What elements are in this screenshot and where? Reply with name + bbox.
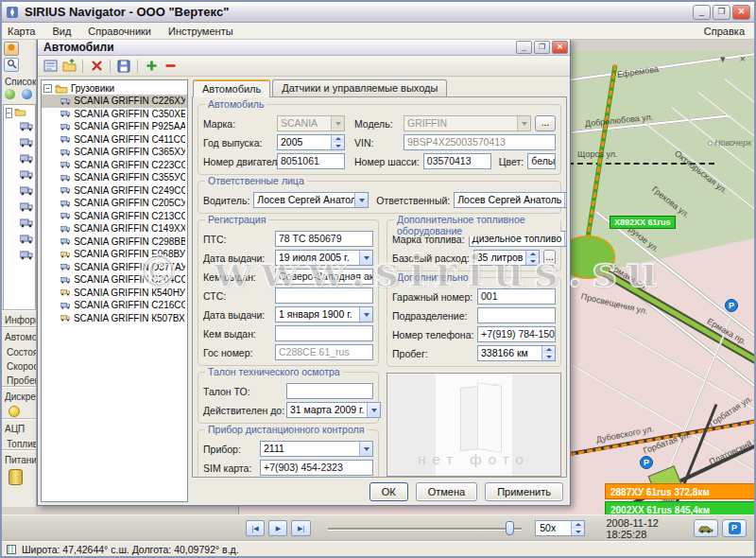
ok-button[interactable]: ОК xyxy=(369,482,408,501)
dialog-maximize-button[interactable]: ❐ xyxy=(534,41,550,54)
menu-tools[interactable]: Инструменты xyxy=(168,26,233,37)
valid-until-picker[interactable]: 31 марта 2009 г. xyxy=(286,402,381,418)
tree-item[interactable]: SCANIA GRIFFIN С411СС 61rus xyxy=(42,133,187,147)
spinner-arrows-icon[interactable] xyxy=(571,521,584,535)
tree-item[interactable]: SCANIA GRIFFIN С213СС 61rus xyxy=(42,210,187,223)
slider-thumb[interactable] xyxy=(506,521,514,535)
minimize-button[interactable]: _ xyxy=(693,5,711,20)
close-button[interactable]: ✕ xyxy=(732,5,750,20)
timeline-slider[interactable] xyxy=(328,520,523,536)
tree-item[interactable]: SCANIA GRIFFIN С355УС 61rus xyxy=(42,171,187,184)
tree-item[interactable]: SCANIA GRIFFIN С226ХУ 61rus xyxy=(42,95,187,108)
parking-icon[interactable]: P xyxy=(725,299,738,312)
tree-item[interactable]: SCANIA GRIFFIN Р925АА 61rus xyxy=(42,120,187,133)
info-group-adc[interactable]: АЦП xyxy=(2,419,36,436)
mileage-spinner[interactable]: 338166 км xyxy=(477,345,556,361)
vehicle-tree[interactable]: − Грузовики SCANIA GRIFFIN С226ХУ 61rus … xyxy=(41,79,188,502)
info-group-discrete[interactable]: Дискре xyxy=(2,387,36,404)
tree-item[interactable]: SCANIA GRIFFIN С249СС 61rus xyxy=(42,184,187,198)
globe-icon[interactable] xyxy=(5,89,15,99)
pts-issuer-input[interactable]: Северо-Западная акцизная т xyxy=(275,269,373,285)
dialog-close-button[interactable]: ✕ xyxy=(552,41,568,54)
info-header[interactable]: Информ xyxy=(2,310,36,327)
tree-item[interactable]: SCANIA GRIFFIN К507ВХ 161rus xyxy=(42,312,187,325)
device-combo[interactable]: 2111 xyxy=(260,441,373,457)
skip-to-start-button[interactable]: |◀ xyxy=(246,520,265,536)
properties-button[interactable] xyxy=(42,58,59,75)
responsible-combo[interactable]: Лосев Сергей Анатоль xyxy=(454,192,567,208)
model-browse-button[interactable]: ... xyxy=(535,115,556,131)
division-input[interactable] xyxy=(477,307,556,323)
fuel-browse-button[interactable]: ... xyxy=(543,250,556,266)
apply-button[interactable]: Применить xyxy=(485,482,563,501)
sim-input[interactable]: +7(903) 454-2323 xyxy=(260,460,373,476)
tree-item[interactable]: SCANIA GRIFFIN С149ХХ 161rus xyxy=(42,222,187,235)
tree-item[interactable]: SCANIA GRIFFIN С365ХУ 61rus xyxy=(42,146,187,159)
restore-button[interactable]: ❐ xyxy=(713,5,730,20)
info-group-power[interactable]: Питани xyxy=(2,450,36,467)
color-input[interactable]: белый xyxy=(527,153,556,169)
tree-item[interactable]: SCANIA GRIFFIN Е068ВУ 161rus xyxy=(42,248,187,261)
skip-to-end-button[interactable]: ▶| xyxy=(291,520,310,536)
speed-spinner[interactable]: 50x xyxy=(535,520,585,536)
dialog-title-bar[interactable]: Автомобили _ ❐ ✕ xyxy=(38,40,570,56)
plate-input[interactable]: С288СЕ 61_rus xyxy=(275,344,373,360)
sidebar-tree[interactable]: − xyxy=(3,104,36,310)
view-icon[interactable] xyxy=(22,89,32,99)
menu-view[interactable]: Вид xyxy=(52,26,71,37)
phone-input[interactable]: +7(919) 784-1502 xyxy=(477,326,556,342)
tab-vehicle[interactable]: Автомобиль xyxy=(193,79,270,97)
driver-combo[interactable]: Лосев Сергей Анатоль xyxy=(253,192,369,208)
tree-item[interactable]: SCANIA GRIFFIN О377АУ 61rus xyxy=(42,261,187,274)
tree-item[interactable]: SCANIA GRIFFIN С298ВВ 61rus xyxy=(42,235,187,249)
menu-map[interactable]: Карта xyxy=(8,26,35,37)
delete-button[interactable] xyxy=(88,58,105,75)
remove-button[interactable] xyxy=(162,58,179,75)
spinner-arrows-icon[interactable] xyxy=(331,135,344,149)
pts-input[interactable]: 78 ТС 850679 xyxy=(275,231,373,247)
engine-input[interactable]: 8051061 xyxy=(277,153,345,169)
dialog-minimize-button[interactable]: _ xyxy=(516,41,532,54)
menu-help[interactable]: Справка xyxy=(704,26,745,37)
year-spinner[interactable]: 2005 xyxy=(277,134,345,150)
sts-input[interactable] xyxy=(275,288,373,304)
parking-button[interactable]: P xyxy=(722,519,747,537)
chassis-input[interactable]: 03570413 xyxy=(423,153,491,169)
expander-icon[interactable]: − xyxy=(6,108,12,118)
parking-icon[interactable]: P xyxy=(640,456,653,469)
fuel-rate-spinner[interactable]: 35 литров xyxy=(473,250,541,266)
tree-item[interactable]: SCANIA GRIFFIN С223СС 61rus xyxy=(42,159,187,172)
cancel-button[interactable]: Отмена xyxy=(416,482,477,501)
open-button[interactable] xyxy=(60,58,77,75)
pts-date-picker[interactable]: 19 июля 2005 г. xyxy=(275,250,373,266)
speed-value[interactable]: 50x xyxy=(536,521,571,535)
route-badge-green[interactable]: 2002ХХ 61rus 845,4км xyxy=(605,501,754,514)
menu-references[interactable]: Справочники xyxy=(88,26,151,37)
slider-track[interactable] xyxy=(328,528,523,530)
play-button[interactable]: ▶ xyxy=(268,520,287,536)
tree-item[interactable]: SCANIA GRIFFIN К540НУ 161rus xyxy=(42,287,187,300)
tree-item[interactable]: SCANIA GRIFFIN С216СС 61rus xyxy=(42,299,187,312)
spinner-arrows-icon[interactable] xyxy=(541,346,555,360)
info-group-vehicle[interactable]: Автомо xyxy=(2,327,36,344)
vehicle-badge[interactable]: Х892ХХ 61rus xyxy=(610,216,676,229)
add-button[interactable] xyxy=(143,58,160,75)
spinner-arrows-icon[interactable] xyxy=(525,251,539,265)
tree-root[interactable]: − Грузовики xyxy=(42,82,187,95)
expander-icon[interactable]: − xyxy=(43,84,52,93)
pan-tool-button[interactable] xyxy=(4,42,19,56)
map-panel-controls[interactable]: ▾ × xyxy=(720,53,751,65)
vin-input[interactable]: 9BSP4X25003570413 xyxy=(404,134,556,150)
vehicle-button[interactable] xyxy=(694,519,718,537)
sts-date-picker[interactable]: 1 января 1900 г. xyxy=(275,306,373,323)
tree-item[interactable]: SCANIA GRIFFIN С204СС 61rus xyxy=(42,273,187,287)
sidebar-tree-root[interactable]: − xyxy=(4,107,35,117)
sts-issuer-input[interactable] xyxy=(275,325,373,341)
route-badge-orange[interactable]: 2887ХУ 61rus 372,8км xyxy=(605,483,754,499)
tab-sensors[interactable]: Датчики и управляемые выходы xyxy=(272,79,447,97)
title-bar[interactable]: SIRIUS Navigator - ООО "Вертекс" _ ❐ ✕ xyxy=(2,2,754,23)
tree-item[interactable]: SCANIA GRIFFIN С205СУ 61rus xyxy=(42,197,187,210)
zoom-tool-button[interactable] xyxy=(4,58,19,72)
save-button[interactable] xyxy=(115,58,132,75)
garage-input[interactable]: 001 xyxy=(477,288,556,305)
